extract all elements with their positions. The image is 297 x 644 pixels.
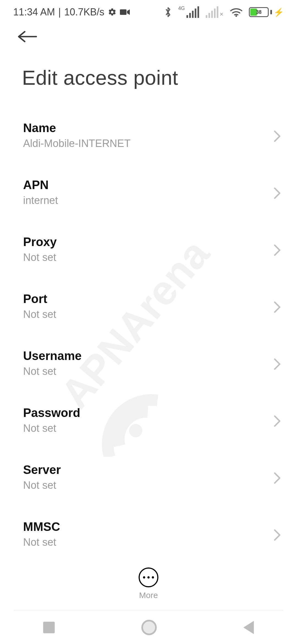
gear-icon — [108, 8, 117, 17]
row-value: Not set — [23, 309, 274, 320]
system-nav-bar — [0, 611, 297, 644]
row-label: MMSC — [23, 520, 274, 534]
signal-sim1-icon: 4G — [178, 6, 199, 18]
row-server[interactable]: Server Not set — [0, 452, 297, 505]
chevron-right-icon — [273, 244, 282, 258]
chevron-right-icon — [273, 415, 282, 429]
status-speed: 10.7KB/s — [64, 6, 104, 18]
row-label: Username — [23, 349, 274, 363]
bluetooth-icon — [164, 7, 172, 18]
charging-bolt-icon: ⚡ — [274, 7, 284, 17]
row-label: Port — [23, 292, 274, 306]
video-camera-icon — [120, 9, 130, 15]
nav-home-button[interactable] — [141, 620, 157, 635]
row-value: Not set — [23, 422, 274, 434]
row-proxy[interactable]: Proxy Not set — [0, 224, 297, 277]
row-mmsc[interactable]: MMSC Not set — [0, 509, 297, 548]
row-password[interactable]: Password Not set — [0, 395, 297, 448]
row-value: internet — [23, 195, 274, 206]
chevron-right-icon — [273, 529, 282, 542]
status-time: 11:34 AM — [13, 6, 55, 18]
page-title: Edit access point — [22, 66, 178, 89]
svg-rect-0 — [120, 9, 127, 15]
nav-recents-button[interactable] — [43, 622, 55, 633]
svg-point-1 — [235, 15, 237, 17]
divider — [14, 610, 283, 610]
row-label: Server — [23, 463, 274, 477]
row-value: Not set — [23, 536, 274, 548]
row-label: APN — [23, 178, 274, 192]
settings-list: Name Aldi-Mobile-INTERNET APN internet P… — [0, 110, 297, 548]
row-label: Proxy — [23, 235, 274, 249]
row-label: Password — [23, 406, 274, 420]
signal-4g-badge: 4G — [178, 6, 185, 11]
row-username[interactable]: Username Not set — [0, 338, 297, 391]
chevron-right-icon — [273, 130, 282, 144]
row-value: Aldi-Mobile-INTERNET — [23, 138, 274, 149]
chevron-right-icon — [273, 358, 282, 372]
chevron-right-icon — [273, 472, 282, 485]
row-label: Name — [23, 121, 274, 135]
row-name[interactable]: Name Aldi-Mobile-INTERNET — [0, 110, 297, 163]
battery-icon: 38 ⚡ — [249, 7, 284, 17]
row-value: Not set — [23, 365, 274, 377]
nav-back-button[interactable] — [243, 621, 254, 634]
wifi-icon — [230, 7, 242, 17]
row-value: Not set — [23, 479, 274, 491]
row-port[interactable]: Port Not set — [0, 281, 297, 334]
chevron-right-icon — [273, 301, 282, 315]
row-apn[interactable]: APN internet — [0, 167, 297, 220]
status-bar: 11:34 AM | 10.7KB/s 4G ✕ — [0, 0, 297, 24]
more-button[interactable] — [139, 567, 158, 587]
back-button[interactable] — [16, 30, 38, 43]
signal-sim2-icon: ✕ — [206, 6, 224, 18]
chevron-right-icon — [273, 187, 282, 201]
status-divider: | — [58, 6, 61, 18]
more-label: More — [139, 591, 158, 600]
row-value: Not set — [23, 252, 274, 263]
